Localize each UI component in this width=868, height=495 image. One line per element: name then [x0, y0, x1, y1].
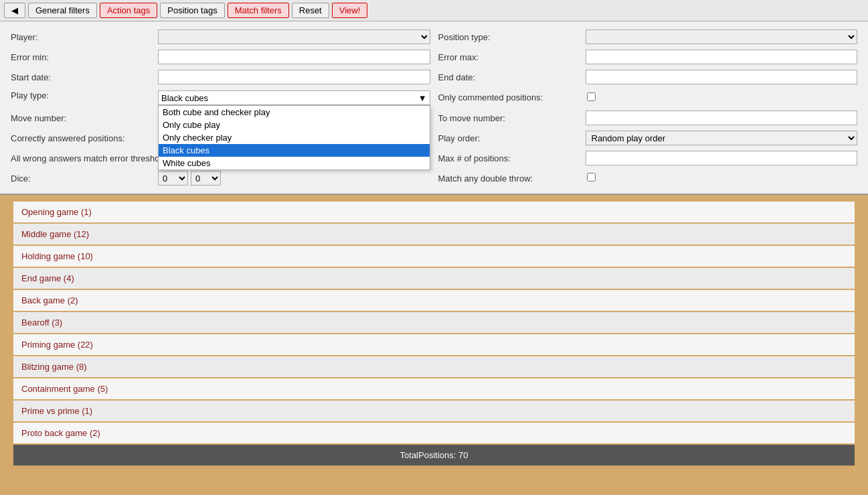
play-type-option-checker-only[interactable]: Only checker play [159, 131, 430, 144]
position-link[interactable]: Prime vs prime (1) [21, 406, 92, 416]
start-date-row: Start date: [7, 67, 434, 87]
dice-input-container: 0 1 2 3 4 5 6 0 1 2 3 4 5 [158, 171, 430, 186]
start-date-label: Start date: [11, 72, 158, 82]
end-date-input[interactable] [586, 70, 858, 84]
filter-panel: Player: Position type: Error min: -0.010 [0, 21, 868, 195]
position-link[interactable]: Middle game (12) [21, 229, 89, 239]
player-select[interactable] [158, 29, 430, 44]
position-type-label: Position type: [438, 32, 586, 42]
list-item[interactable]: Blitzing game (8) [13, 356, 855, 377]
position-tags-button[interactable]: Position tags [160, 3, 224, 18]
play-type-display[interactable]: Black cubes ▼ [158, 90, 430, 105]
end-date-label: End date: [438, 72, 586, 82]
reset-button[interactable]: Reset [292, 3, 329, 18]
dice-row: Dice: 0 1 2 3 4 5 6 0 1 2 [7, 168, 434, 188]
play-order-label: Play order: [438, 133, 586, 143]
list-item[interactable]: Proto back game (2) [13, 423, 855, 443]
position-list: Opening game (1)Middle game (12)Holding … [13, 202, 855, 443]
error-min-label: Error min: [11, 52, 158, 62]
only-commented-checkbox[interactable] [587, 92, 596, 101]
play-type-option-white-cubes[interactable]: White cubes [159, 157, 430, 169]
play-type-option-black-cubes[interactable]: Black cubes [159, 144, 430, 157]
list-item[interactable]: Middle game (12) [13, 224, 855, 244]
total-bar: TotalPositions: 70 [13, 445, 855, 466]
list-item[interactable]: Holding game (10) [13, 246, 855, 267]
position-link[interactable]: Holding game (10) [21, 251, 93, 261]
max-positions-input-container: 100 [586, 151, 858, 165]
only-commented-input-container [586, 92, 858, 103]
list-item[interactable]: Prime vs prime (1) [13, 401, 855, 421]
play-type-option-both[interactable]: Both cube and checker play [159, 106, 430, 119]
match-any-double-checkbox[interactable] [587, 173, 596, 182]
to-move-number-input-container [586, 111, 858, 125]
match-any-double-label: Match any double throw: [438, 173, 586, 184]
play-type-current-value: Black cubes [161, 93, 208, 103]
only-commented-label: Only commented positions: [438, 92, 586, 102]
play-type-dropdown: Both cube and checker play Only cube pla… [158, 105, 430, 170]
dice2-select[interactable]: 0 1 2 3 4 5 6 [191, 171, 221, 186]
player-input-container [158, 29, 430, 44]
position-type-input-container [586, 29, 858, 44]
toolbar: ◀ General filters Action tags Position t… [0, 0, 868, 21]
play-type-option-cube-only[interactable]: Only cube play [159, 119, 430, 131]
position-link[interactable]: Containment game (5) [21, 384, 108, 394]
dice-selects: 0 1 2 3 4 5 6 0 1 2 3 4 5 [158, 171, 430, 186]
dice1-select[interactable]: 0 1 2 3 4 5 6 [158, 171, 188, 186]
match-any-double-input-container [586, 173, 858, 184]
position-link[interactable]: Proto back game (2) [21, 428, 100, 438]
error-min-input[interactable]: -0.010 [158, 50, 430, 64]
to-move-number-input[interactable] [586, 111, 858, 125]
start-date-input[interactable] [158, 70, 430, 84]
list-item[interactable]: End game (4) [13, 268, 855, 289]
position-link[interactable]: Priming game (22) [21, 340, 93, 350]
only-commented-row: Only commented positions: [434, 87, 862, 108]
position-link[interactable]: Opening game (1) [21, 207, 92, 217]
correctly-answered-label: Correctly answered positions: [11, 133, 158, 143]
dropdown-arrow-icon: ▼ [418, 93, 427, 103]
play-type-row: Play type: Black cubes ▼ Both cube and c… [7, 87, 434, 108]
list-item[interactable]: Opening game (1) [13, 202, 855, 222]
play-order-row: Play order: Random play order [434, 128, 862, 148]
player-row: Player: [7, 27, 434, 47]
end-date-row: End date: [434, 67, 862, 87]
position-link[interactable]: Bearoff (3) [21, 317, 62, 328]
max-positions-input[interactable]: 100 [586, 151, 858, 165]
to-move-number-row: To move number: [434, 108, 862, 128]
error-min-row: Error min: -0.010 [7, 47, 434, 67]
end-date-input-container [586, 70, 858, 84]
list-item[interactable]: Back game (2) [13, 290, 855, 311]
position-type-row: Position type: [434, 27, 862, 47]
all-wrong-label: All wrong answers match error threshold: [11, 153, 169, 163]
match-any-double-row: Match any double throw: [434, 168, 862, 188]
position-link[interactable]: Back game (2) [21, 295, 78, 305]
play-type-label: Play type: [11, 90, 158, 100]
player-label: Player: [11, 32, 158, 42]
error-max-input-container [586, 50, 858, 64]
error-max-row: Error max: [434, 47, 862, 67]
error-max-input[interactable] [586, 50, 858, 64]
play-order-select[interactable]: Random play order [586, 131, 858, 145]
view-button[interactable]: View! [332, 3, 368, 18]
move-number-label: Move number: [11, 113, 158, 123]
to-move-number-label: To move number: [438, 113, 586, 123]
error-min-input-container: -0.010 [158, 50, 430, 64]
list-item[interactable]: Priming game (22) [13, 334, 855, 355]
max-positions-row: Max # of positions: 100 [434, 148, 862, 168]
list-item[interactable]: Containment game (5) [13, 378, 855, 399]
error-max-label: Error max: [438, 52, 586, 62]
general-filters-button[interactable]: General filters [28, 3, 97, 18]
back-button[interactable]: ◀ [4, 3, 25, 18]
filter-grid: Player: Position type: Error min: -0.010 [7, 27, 861, 188]
dice-label: Dice: [11, 173, 158, 184]
play-type-container: Black cubes ▼ Both cube and checker play… [158, 90, 430, 105]
content-area: Opening game (1)Middle game (12)Holding … [0, 195, 868, 472]
position-type-select[interactable] [586, 29, 858, 44]
position-link[interactable]: End game (4) [21, 273, 74, 283]
play-order-input-container: Random play order [586, 131, 858, 145]
action-tags-button[interactable]: Action tags [100, 3, 157, 18]
max-positions-label: Max # of positions: [438, 153, 586, 163]
list-item[interactable]: Bearoff (3) [13, 312, 855, 333]
start-date-input-container [158, 70, 430, 84]
position-link[interactable]: Blitzing game (8) [21, 362, 87, 372]
match-filters-button[interactable]: Match filters [228, 3, 289, 18]
